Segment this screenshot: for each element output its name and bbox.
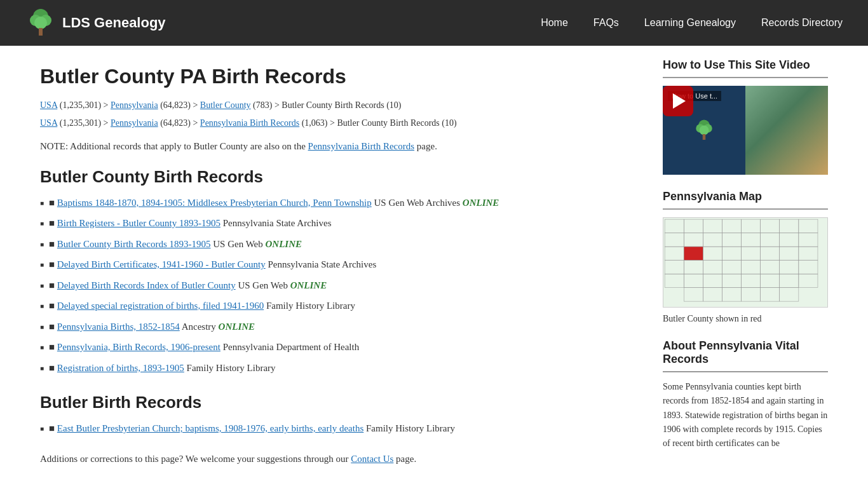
- svg-rect-10: [663, 218, 827, 307]
- divider-2: [663, 208, 828, 210]
- map-heading: Pennsylvania Map: [663, 190, 828, 203]
- svg-point-3: [34, 17, 47, 29]
- list-item: ■ Delayed special registration of births…: [40, 299, 637, 313]
- map-caption: Butler County shown in red: [663, 314, 828, 324]
- record-link-delayed-index[interactable]: Delayed Birth Records Index of Butler Co…: [57, 280, 236, 290]
- svg-rect-9: [703, 134, 706, 140]
- online-badge-4: ONLINE: [219, 322, 255, 332]
- record-link-registration[interactable]: Registration of births, 1893-1905: [57, 363, 184, 373]
- online-badge: ONLINE: [463, 198, 499, 208]
- nav-learning[interactable]: Learning Genealogy: [644, 17, 736, 29]
- list-item: ■ Registration of births, 1893-1905 Fami…: [40, 361, 637, 376]
- breadcrumb-usa-2[interactable]: USA: [40, 118, 57, 128]
- breadcrumb-pa-2[interactable]: Pennsylvania: [111, 118, 158, 128]
- page-title: Butler County PA Birth Records: [40, 65, 637, 88]
- breadcrumb-usa-1[interactable]: USA: [40, 100, 57, 110]
- record-link-birth-registers[interactable]: Birth Registers - Butler County 1893-190…: [57, 218, 220, 228]
- pennsylvania-map: [663, 217, 828, 308]
- record-link-bc-birth-records[interactable]: Butler County Birth Records 1893-1905: [57, 239, 211, 249]
- pa-birth-records-link[interactable]: Pennsylvania Birth Records: [308, 141, 414, 151]
- note-text: NOTE: Additional records that apply to B…: [40, 141, 637, 152]
- nav-records[interactable]: Records Directory: [761, 17, 843, 29]
- about-text: Some Pennsylvania counties kept birth re…: [663, 380, 828, 451]
- svg-rect-29: [684, 247, 703, 261]
- record-link-delayed-special[interactable]: Delayed special registration of births, …: [57, 301, 264, 311]
- svg-rect-4: [39, 28, 43, 36]
- video-thumbnail[interactable]: How to Use t...: [663, 86, 828, 175]
- breadcrumb-1: USA (1,235,301) > Pennsylvania (64,823) …: [40, 98, 637, 112]
- breadcrumb-pa-1[interactable]: Pennsylvania: [111, 100, 158, 110]
- list-item: ■ Baptisms 1848-1870, 1894-1905: Middles…: [40, 196, 637, 210]
- breadcrumb-2: USA (1,235,301) > Pennsylvania (64,823) …: [40, 116, 637, 130]
- tree-icon: [25, 8, 56, 38]
- sidebar: How to Use This Site Video: [663, 58, 828, 480]
- nav-faqs[interactable]: FAQs: [593, 17, 619, 29]
- online-badge-3: ONLINE: [290, 280, 327, 290]
- list-item: ■ Pennsylvania Births, 1852-1854 Ancestr…: [40, 320, 637, 334]
- breadcrumb-butler-1[interactable]: Butler County: [200, 100, 251, 110]
- divider-3: [663, 371, 828, 372]
- site-header: LDS Genealogy Home FAQs Learning Genealo…: [0, 0, 868, 46]
- record-link-east-butler[interactable]: East Butler Presbyterian Church; baptism…: [57, 423, 363, 433]
- video-section: How to Use This Site Video: [663, 58, 828, 175]
- record-link-pa-birth-records[interactable]: Pennsylvania, Birth Records, 1906-presen…: [57, 342, 220, 352]
- record-link-baptisms[interactable]: Baptisms 1848-1870, 1894-1905: Middlesex…: [57, 198, 372, 208]
- record-link-delayed-cert[interactable]: Delayed Birth Certificates, 1941-1960 - …: [57, 259, 266, 269]
- record-link-pa-births[interactable]: Pennsylvania Births, 1852-1854: [57, 322, 180, 332]
- svg-point-8: [700, 126, 709, 135]
- butler-birth-records-list: ■ East Butler Presbyterian Church; bapti…: [40, 421, 637, 436]
- birth-records-list: ■ Baptisms 1848-1870, 1894-1905: Middles…: [40, 196, 637, 376]
- about-heading: About Pennsylvania Vital Records: [663, 339, 828, 366]
- map-section: Pennsylvania Map: [663, 190, 828, 324]
- logo-text: LDS Genealogy: [62, 15, 166, 31]
- nav-home[interactable]: Home: [541, 17, 568, 29]
- list-item: ■ Delayed Birth Records Index of Butler …: [40, 278, 637, 293]
- online-badge-2: ONLINE: [266, 239, 302, 249]
- page-container: Butler County PA Birth Records USA (1,23…: [15, 46, 853, 488]
- list-item: ■ Pennsylvania, Birth Records, 1906-pres…: [40, 340, 637, 355]
- play-button[interactable]: [663, 86, 693, 116]
- section-heading-2: Butler Birth Records: [40, 393, 637, 412]
- divider-1: [663, 77, 828, 78]
- logo-area[interactable]: LDS Genealogy: [25, 8, 166, 38]
- main-content: Butler County PA Birth Records USA (1,23…: [40, 58, 637, 480]
- list-item: ■ East Butler Presbyterian Church; bapti…: [40, 421, 637, 436]
- about-section: About Pennsylvania Vital Records Some Pe…: [663, 339, 828, 451]
- list-item: ■ Butler County Birth Records 1893-1905 …: [40, 237, 637, 252]
- breadcrumb-pa-birth-2[interactable]: Pennsylvania Birth Records: [200, 118, 299, 128]
- main-nav: Home FAQs Learning Genealogy Records Dir…: [541, 17, 843, 29]
- pa-map-container: [663, 217, 828, 310]
- contact-link[interactable]: Contact Us: [351, 454, 393, 464]
- section-heading-1: Butler County Birth Records: [40, 167, 637, 187]
- video-heading: How to Use This Site Video: [663, 58, 828, 72]
- list-item: ■ Birth Registers - Butler County 1893-1…: [40, 216, 637, 231]
- video-tree-icon: [693, 119, 715, 142]
- play-icon: [673, 93, 686, 109]
- video-bg-right: [745, 86, 828, 175]
- list-item: ■ Delayed Birth Certificates, 1941-1960 …: [40, 257, 637, 272]
- additions-text: Additions or corrections to this page? W…: [40, 454, 637, 464]
